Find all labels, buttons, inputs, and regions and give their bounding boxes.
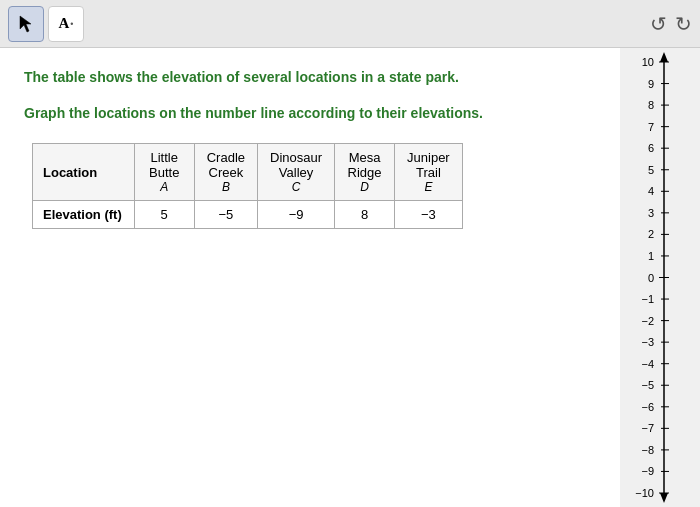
cursor-tool[interactable] [8,6,44,42]
elevation-table: Location LittleButte A CradleCreek B Din… [32,143,463,229]
table-row-elevation: Elevation (ft) 5 −5 −9 8 −3 [33,201,463,229]
location-letter-b: B [207,180,245,194]
elevation-header: Elevation (ft) [33,201,135,229]
table-cell-cradle-creek-name: CradleCreek B [194,144,257,201]
svg-text:−6: −6 [641,401,654,413]
number-line-panel: 10 9 8 7 6 5 4 [620,48,700,507]
location-letter-c: C [270,180,322,194]
location-name-d: MesaRidge [347,150,382,180]
svg-text:3: 3 [648,207,654,219]
location-name: LittleButte [147,150,182,180]
svg-text:−10: −10 [635,487,654,499]
table-cell-dinosaur-valley-name: DinosaurValley C [258,144,335,201]
table-cell-mesa-ridge-name: MesaRidge D [335,144,395,201]
text-tool[interactable]: A • [48,6,84,42]
location-name-c: DinosaurValley [270,150,322,180]
cursor-icon [17,15,35,33]
svg-text:−5: −5 [641,379,654,391]
location-letter-d: D [347,180,382,194]
elevation-b: −5 [194,201,257,229]
instruction-line2: Graph the locations on the number line a… [24,104,596,124]
svg-text:−2: −2 [641,315,654,327]
instruction-line1: The table shows the elevation of several… [24,68,596,88]
location-header: Location [33,144,135,201]
svg-text:−3: −3 [641,336,654,348]
location-letter-e: E [407,180,450,194]
svg-text:10: 10 [642,56,654,68]
location-name-e: JuniperTrail [407,150,450,180]
undo-redo-group: ↺ ↻ [650,12,692,36]
table-cell-little-butte-name: LittleButte A [134,144,194,201]
elevation-a: 5 [134,201,194,229]
number-line-svg: 10 9 8 7 6 5 4 [612,48,692,507]
location-name-b: CradleCreek [207,150,245,180]
svg-marker-0 [20,16,31,32]
main-area: The table shows the elevation of several… [0,48,700,507]
svg-text:−8: −8 [641,444,654,456]
svg-text:6: 6 [648,142,654,154]
text-tool-label: A [59,15,70,32]
elevation-c: −9 [258,201,335,229]
svg-text:−9: −9 [641,465,654,477]
redo-button[interactable]: ↻ [675,12,692,36]
svg-text:2: 2 [648,228,654,240]
svg-text:9: 9 [648,78,654,90]
elevation-d: 8 [335,201,395,229]
elevation-e: −3 [395,201,463,229]
svg-text:−4: −4 [641,358,654,370]
toolbar: A • ↺ ↻ [0,0,700,48]
svg-text:0: 0 [648,272,654,284]
svg-text:4: 4 [648,185,654,197]
tool-group: A • [8,6,84,42]
location-letter-a: A [147,180,182,194]
content-area: The table shows the elevation of several… [0,48,620,507]
number-line-container: 10 9 8 7 6 5 4 [612,48,692,507]
table-row-location: Location LittleButte A CradleCreek B Din… [33,144,463,201]
svg-text:8: 8 [648,99,654,111]
table-cell-juniper-trail-name: JuniperTrail E [395,144,463,201]
svg-text:7: 7 [648,121,654,133]
svg-text:1: 1 [648,250,654,262]
undo-button[interactable]: ↺ [650,12,667,36]
svg-text:−7: −7 [641,422,654,434]
svg-text:5: 5 [648,164,654,176]
svg-text:−1: −1 [641,293,654,305]
svg-marker-3 [660,493,668,503]
